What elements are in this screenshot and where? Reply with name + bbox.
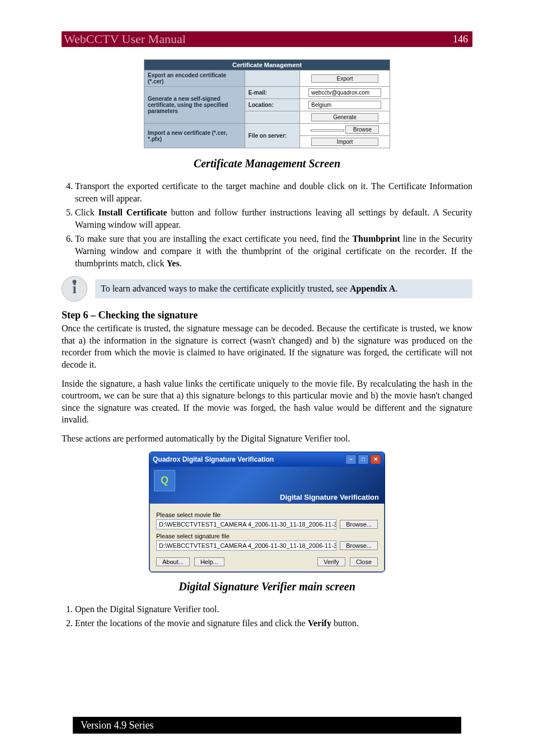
location-input[interactable]: Belgium [308,101,381,109]
dsv-caption: Digital Signature Verifier main screen [62,580,472,593]
paragraph-2: Inside the signature, a hash value links… [62,378,472,426]
export-mid [245,71,299,87]
info-text: To learn advanced ways to make the certi… [95,279,472,298]
paragraph-1: Once the certificate is trusted, the sig… [62,322,472,370]
dsv-window: Quadrox Digital Signature Verification –… [149,452,385,572]
generate-row-label: Generate a new self-signed certificate, … [144,87,245,124]
thumbprint-bold: Thumbprint [352,234,400,243]
content: Certificate Management Export an encoded… [62,59,472,630]
email-cell: webcctv@quadrox.com [300,87,390,99]
signature-file-label: Please select signature file [156,533,378,539]
dsv-footer: About... Help... Verify Close [156,557,378,566]
instructions-list-1: Transport the exported certificate to th… [62,180,472,269]
dsv-titlebar: Quadrox Digital Signature Verification –… [149,452,385,467]
dsv-window-title: Quadrox Digital Signature Verification [153,456,274,463]
doc-title: WebCCTV User Manual [62,32,186,46]
paragraph-3: These actions are performed automaticall… [62,433,472,445]
list-item: To make sure that you are installing the… [75,233,472,269]
email-label: E-mail: [245,87,299,99]
yes-bold: Yes [167,259,180,268]
info-after: . [395,284,397,293]
verify-bold: Verify [308,618,331,628]
list-item: Click Install Certificate button and fol… [75,206,472,231]
list-text: Open the Digital Signature Verifier tool… [75,604,219,614]
install-cert-bold: Install Certificate [98,208,167,217]
generate-cell: Generate [300,111,390,124]
minimize-button[interactable]: – [345,454,357,464]
page: WebCCTV User Manual 146 Certificate Mana… [0,0,534,756]
info-note: i To learn advanced ways to make the cer… [62,276,472,302]
page-footer: Version 4.9 Series [73,717,461,734]
list-text: Transport the exported certificate to th… [75,181,472,203]
browse-cell: Browse [300,124,390,136]
location-label: Location: [245,99,299,111]
email-input[interactable]: webcctv@quadrox.com [308,88,381,97]
verify-button[interactable]: Verify [317,557,345,566]
movie-file-label: Please select movie file [156,511,378,518]
import-button[interactable]: Import [311,138,378,146]
maximize-button[interactable]: □ [358,454,369,464]
certificate-management-table: Certificate Management Export an encoded… [144,59,390,148]
browse-button[interactable]: Browse [345,125,379,134]
import-row-label: Import a new certificate (*.cer, *.pfx) [144,124,245,148]
window-controls: – □ ✕ [345,454,381,464]
movie-browse-button[interactable]: Browse... [340,520,378,529]
export-button[interactable]: Export [311,74,378,83]
movie-file-row: D:\WEBCCTVTEST1_CAMERA 4_2006-11-30_11-1… [156,519,378,529]
close-dialog-button[interactable]: Close [350,557,378,566]
generate-mid-empty [245,111,299,124]
signature-file-row: D:\WEBCCTVTEST1_CAMERA 4_2006-11-30_11-1… [156,541,378,551]
cert-table-title: Certificate Management [144,60,390,71]
info-before: To learn advanced ways to make the certi… [101,284,350,293]
instructions-list-2: Open the Digital Signature Verifier tool… [62,603,472,630]
list-item: Transport the exported certificate to th… [75,180,472,204]
export-row-label: Export an encoded certificate (*.cer) [144,71,245,87]
about-button[interactable]: About... [156,557,190,566]
step6-heading: Step 6 – Checking the signature [62,309,472,321]
page-number: 146 [453,34,468,45]
cert-caption: Certificate Management Screen [62,157,472,170]
signature-file-input[interactable]: D:\WEBCCTVTEST1_CAMERA 4_2006-11-30_11-1… [156,541,336,551]
document-header: WebCCTV User Manual 146 [62,31,472,47]
dsv-body: Please select movie file D:\WEBCCTVTEST1… [149,504,385,572]
quadrox-logo-icon: Q [154,470,175,491]
location-cell: Belgium [300,99,390,111]
close-button[interactable]: ✕ [370,454,381,464]
import-cell: Import [300,136,390,148]
help-button[interactable]: Help... [194,557,224,566]
signature-browse-button[interactable]: Browse... [340,541,378,550]
import-path-input[interactable] [311,129,344,132]
file-on-server-label: File on server: [245,124,299,148]
generate-button[interactable]: Generate [311,113,378,121]
movie-file-input[interactable]: D:\WEBCCTVTEST1_CAMERA 4_2006-11-30_11-1… [156,519,336,529]
dsv-banner: Q Digital Signature Verification [149,467,385,504]
dsv-banner-title: Digital Signature Verification [280,493,379,501]
footer-text: Version 4.9 Series [81,720,153,731]
list-item: Enter the locations of the movie and sig… [75,617,472,630]
info-icon: i [62,276,87,302]
export-cell: Export [300,71,390,87]
list-item: Open the Digital Signature Verifier tool… [75,603,472,616]
appendix-a-bold: Appendix A [350,284,395,293]
